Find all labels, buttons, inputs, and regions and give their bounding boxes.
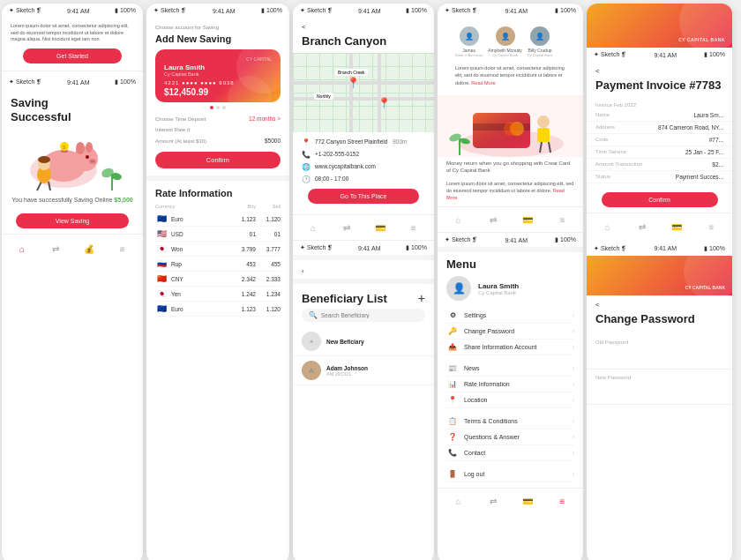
menu-group4: 🚪 Log out ›	[446, 467, 574, 482]
p5-back-button[interactable]: <	[587, 62, 732, 77]
go-to-place-button[interactable]: Go To This Place	[308, 189, 419, 204]
nav-payment-p5[interactable]: 💳	[668, 219, 685, 236]
nav-transfer-icon[interactable]: ⇄	[47, 240, 64, 258]
beneficiary-item[interactable]: A Adam Johnson AM 291321	[293, 356, 434, 385]
nav-menu-p3[interactable]: ≡	[405, 219, 423, 236]
invoice-row: Code #77...	[587, 134, 732, 146]
svg-point-7	[91, 161, 93, 162]
bene-sub: AM 291321	[326, 371, 368, 377]
rate-row: 🇪🇺 Euro 1.123 1.120	[155, 302, 281, 317]
currency-sell: 455	[256, 261, 281, 267]
status-bar-p1: ✦ Sketch ❡ 9:41 AM ▮ 100%	[2, 4, 143, 18]
svg-point-8	[93, 161, 94, 162]
menu-item-label: News	[464, 365, 573, 371]
svg-point-4	[86, 142, 93, 153]
menu-group1: ⚙ Settings › 🔑 Change Password › 📤 Share…	[446, 308, 574, 355]
nav-menu-p5[interactable]: ≡	[702, 219, 720, 236]
nav-menu-p4[interactable]: ≡	[553, 211, 571, 228]
menu-item-label: Contact	[464, 450, 573, 456]
menu-item-terms-&-conditions[interactable]: 📋 Terms & Conditions ›	[446, 414, 574, 429]
nav-transfer-p4b[interactable]: ⇄	[484, 492, 502, 510]
map-text-northly: Northly	[314, 93, 333, 100]
dot-3	[222, 106, 226, 109]
invoice-value: $2...	[712, 161, 723, 168]
beneficiary-title-row: Beneficiary List +	[293, 279, 434, 309]
deposit-row: Choose Time Deposit 12 months >	[155, 113, 281, 124]
invoice-value: Payment Succes...	[676, 174, 723, 180]
p6-back-button[interactable]: <	[587, 295, 732, 310]
nav-home-p4b[interactable]: ⌂	[450, 492, 468, 510]
nav-home-icon[interactable]: ⌂	[13, 240, 31, 258]
beneficiary-search-input[interactable]	[321, 312, 418, 318]
get-started-button[interactable]: Get Started	[23, 49, 122, 63]
invoice-label: Amount Transaction	[595, 161, 642, 168]
panel-menu: ✦ Sketch ❡ 9:41 AM ▮ 100% 👤 James Bank o…	[438, 4, 583, 560]
web-icon: 🌐	[302, 163, 311, 171]
menu-item-share-information-account[interactable]: 📤 Share Information Account ›	[446, 340, 574, 355]
nav-payment-p4b[interactable]: 💳	[519, 492, 536, 510]
menu-item-news[interactable]: 📰 News ›	[446, 361, 574, 377]
currency-name: Yen	[171, 291, 231, 297]
menu-item-settings[interactable]: ⚙ Settings ›	[446, 308, 574, 324]
nav-menu-icon[interactable]: ≡	[114, 240, 131, 258]
confirm-saving-button[interactable]: Confirm	[155, 152, 281, 168]
menu-item-label: Log out	[464, 471, 573, 477]
p1-saving-desc: You have successfully Saving Online $5,0…	[2, 192, 143, 208]
currency-sell: 1.120	[256, 216, 281, 222]
p4-credit-card-illustration	[438, 95, 583, 157]
menu-item-label: Settings	[464, 312, 573, 318]
old-password-input[interactable]	[595, 355, 723, 361]
nav-transfer-p3[interactable]: ⇄	[338, 219, 356, 236]
status-bar-p2: ✦ Sketch ❡ 9:41 AM ▮ 100%	[146, 4, 289, 18]
dot-2	[216, 106, 220, 109]
change-password-title: Change Password	[587, 310, 732, 334]
menu-user-info: 👤 Laura Smith Cy Capital Bank	[446, 276, 574, 301]
phone-row: 📞 +1-202-555-0152	[302, 150, 425, 159]
p1-header-section: Lorem ipsum dolor sit amet, consectetur …	[2, 18, 143, 67]
nav-payment-p4[interactable]: 💳	[519, 211, 536, 228]
nav-menu-p4b[interactable]: ≡	[553, 492, 571, 510]
invoice-value: #77...	[709, 137, 723, 143]
invoice-row: Time Service 25 Jan - 25 F...	[587, 146, 732, 159]
invoice-value: 25 Jan - 25 F...	[685, 149, 723, 155]
svg-point-25	[504, 122, 518, 136]
menu-item-log-out[interactable]: 🚪 Log out ›	[446, 467, 574, 482]
menu-user-avatar: 👤	[446, 276, 471, 301]
new-password-input[interactable]	[595, 390, 723, 396]
panel-add-saving: ✦ Sketch ❡ 9:41 AM ▮ 100% Choose account…	[146, 4, 289, 560]
confirm-payment-button[interactable]: Confirm	[602, 192, 718, 207]
currency-name: Euro	[171, 216, 231, 222]
status-bar-p3b: ✦ Sketch ❡ 9:41 AM ▮ 100%	[293, 241, 434, 255]
new-password-label: New Password	[595, 375, 723, 380]
menu-item-rate-information[interactable]: 📊 Rate Information ›	[446, 377, 574, 392]
bene-back-button[interactable]: ‹	[302, 267, 304, 275]
nav-p5: ⌂ ⇄ 💳 ≡	[587, 213, 732, 242]
p3-back-button[interactable]: <	[293, 18, 434, 33]
nav-savings-icon[interactable]: 💰	[80, 240, 98, 258]
currency-flag: 🇷🇺	[155, 259, 168, 268]
nav-home-p4[interactable]: ⌂	[450, 211, 468, 228]
nav-payment-p3[interactable]: 💳	[371, 219, 389, 236]
nav-transfer-p5[interactable]: ⇄	[633, 219, 651, 236]
menu-item-contact[interactable]: 📞 Contact ›	[446, 445, 574, 461]
nav-home-p3[interactable]: ⌂	[304, 219, 322, 236]
menu-section: Menu 👤 Laura Smith Cy Capital Bank ⚙ Set…	[438, 247, 583, 488]
nav-transfer-p4[interactable]: ⇄	[484, 211, 502, 228]
invoice-row: Name Laura Sm...	[587, 109, 732, 122]
p6-header-red: CY CAPITAL BANK	[587, 256, 732, 295]
beneficiary-search[interactable]: 🔍	[302, 309, 425, 322]
savings-card: CY CAPITAL Laura Smith Cy Capital Bank 4…	[155, 49, 281, 109]
menu-item-location[interactable]: 📍 Location ›	[446, 392, 574, 408]
svg-point-16	[38, 156, 50, 163]
beneficiary-add-button[interactable]: +	[418, 291, 425, 305]
website-row: 🌐 www.cycapitalbank.com	[302, 162, 425, 171]
view-saving-button[interactable]: View Saving	[16, 213, 129, 228]
new-password-field: New Password	[587, 370, 732, 405]
top-people: 👤 James Bank of American 👤 Amybeth Mcnui…	[446, 23, 574, 61]
beneficiary-item[interactable]: + New Beficiary	[293, 327, 434, 356]
address-row: 📍 772 Canyon Street Plainfield 800m	[302, 138, 425, 146]
menu-item-change-password[interactable]: 🔑 Change Password ›	[446, 324, 574, 340]
menu-item-label: Rate Information	[464, 381, 573, 387]
menu-item-questions-&-answer[interactable]: ❓ Questions & Answer ›	[446, 429, 574, 445]
nav-home-p5[interactable]: ⌂	[599, 219, 617, 236]
